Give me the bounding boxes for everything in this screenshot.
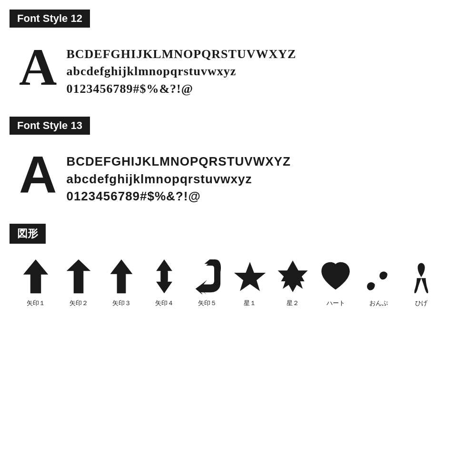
star2-label: 星２ — [287, 299, 299, 307]
arrow1-label: 矢印１ — [27, 299, 45, 307]
svg-marker-8 — [281, 271, 305, 292]
shape-item-arrow1: 矢印１ — [14, 257, 57, 307]
font-style-13-header: Font Style 13 — [10, 117, 90, 135]
arrow3-icon — [105, 257, 138, 295]
hige-icon — [405, 257, 438, 295]
note-label: おんぷ — [369, 299, 388, 307]
star2-icon — [276, 257, 309, 295]
shapes-section: 図形 矢印１ 矢印２ — [10, 224, 466, 307]
font-style-12-char-rows: BCDEFGHIJKLMNOPQRSTUVWXYZ abcdefghijklmn… — [66, 41, 296, 98]
font-style-13-row-1: BCDEFGHIJKLMNOPQRSTUVWXYZ — [66, 153, 290, 170]
arrow2-icon — [62, 257, 95, 295]
font-style-12-row-1: BCDEFGHIJKLMNOPQRSTUVWXYZ — [66, 46, 296, 63]
shape-item-star2: 星２ — [271, 257, 314, 307]
shape-item-arrow5: 矢印５ — [186, 257, 228, 307]
hige-label: ひげ — [415, 299, 427, 307]
arrow2-label: 矢印２ — [69, 299, 88, 307]
font-style-12-row-2: abcdefghijklmnopqrstuvwxyz — [66, 63, 296, 80]
shape-item-heart: ハート — [314, 257, 357, 307]
arrow5-icon — [190, 257, 224, 295]
heart-icon — [319, 257, 352, 295]
font-style-12-big-letter: A — [19, 41, 57, 93]
svg-marker-5 — [234, 262, 266, 291]
arrow5-label: 矢印５ — [198, 299, 217, 307]
arrow3-label: 矢印３ — [112, 299, 131, 307]
arrow4-label: 矢印４ — [155, 299, 174, 307]
shape-item-hige: ひげ — [400, 257, 443, 307]
font-style-12-demo: A BCDEFGHIJKLMNOPQRSTUVWXYZ abcdefghijkl… — [10, 36, 466, 102]
arrow4-icon — [148, 257, 181, 295]
svg-marker-4 — [156, 272, 172, 293]
note-icon — [362, 257, 395, 295]
svg-marker-0 — [23, 259, 49, 293]
arrow1-icon — [19, 257, 52, 295]
font-style-13-char-rows: BCDEFGHIJKLMNOPQRSTUVWXYZ abcdefghijklmn… — [66, 148, 290, 205]
shape-item-arrow2: 矢印２ — [57, 257, 100, 307]
svg-marker-2 — [110, 259, 133, 293]
star1-label: 星１ — [244, 299, 256, 307]
font-style-13-big-letter: A — [19, 148, 57, 200]
font-style-13-demo: A BCDEFGHIJKLMNOPQRSTUVWXYZ abcdefghijkl… — [10, 143, 466, 209]
font-style-12-header: Font Style 12 — [10, 10, 90, 28]
font-style-13-section: Font Style 13 A BCDEFGHIJKLMNOPQRSTUVWXY… — [10, 117, 466, 209]
shape-item-note: おんぷ — [357, 257, 400, 307]
heart-label: ハート — [327, 299, 345, 307]
shapes-header: 図形 — [10, 224, 46, 244]
shape-item-arrow4: 矢印４ — [143, 257, 186, 307]
shapes-grid: 矢印１ 矢印２ 矢印３ — [10, 252, 466, 307]
font-style-13-row-2: abcdefghijklmnopqrstuvwxyz — [66, 170, 290, 188]
shape-item-star1: 星１ — [228, 257, 271, 307]
svg-marker-1 — [66, 259, 90, 293]
shape-item-arrow3: 矢印３ — [100, 257, 143, 307]
star1-icon — [233, 257, 267, 295]
font-style-13-row-3: 0123456789#$%&?!@ — [66, 188, 290, 205]
font-style-12-section: Font Style 12 A BCDEFGHIJKLMNOPQRSTUVWXY… — [10, 10, 466, 102]
font-style-12-row-3: 0123456789#$%&?!@ — [66, 80, 296, 98]
